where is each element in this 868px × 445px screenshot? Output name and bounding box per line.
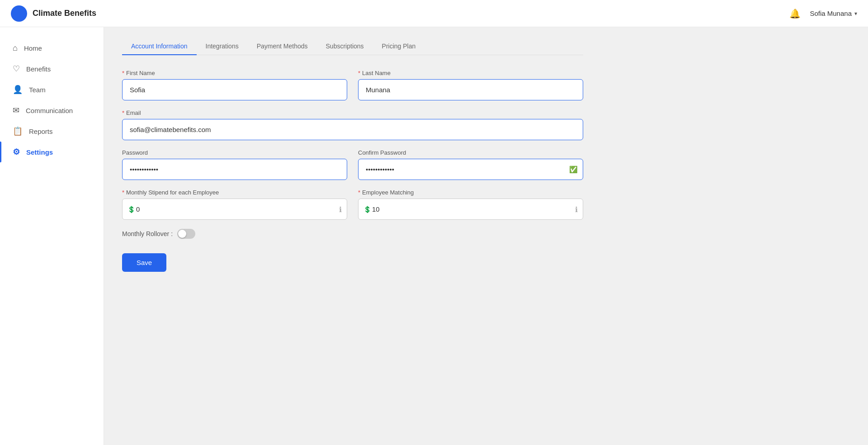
save-button[interactable]: Save (122, 253, 166, 272)
tab-account-information[interactable]: Account Information (122, 38, 197, 55)
topnav-left: Climate Benefits (11, 5, 96, 22)
tab-pricing-plan[interactable]: Pricing Plan (373, 38, 425, 55)
reports-icon: 📋 (13, 126, 23, 136)
stipend-row: *Monthly Stipend for each Employee 💲 ℹ *… (122, 189, 583, 220)
password-label: Password (122, 149, 347, 156)
stipend-input[interactable] (122, 199, 347, 220)
stipend-label: *Monthly Stipend for each Employee (122, 189, 347, 196)
stipend-group: *Monthly Stipend for each Employee 💲 ℹ (122, 189, 347, 220)
sidebar-item-team[interactable]: 👤 Team (0, 79, 104, 100)
account-form: *First Name *Last Name (122, 70, 583, 272)
topnav: Climate Benefits 🔔 Sofia Munana ▾ (0, 0, 868, 27)
chevron-down-icon: ▾ (854, 10, 857, 17)
email-group: *Email (122, 109, 583, 140)
notification-icon[interactable]: 🔔 (789, 8, 801, 19)
app-name: Climate Benefits (33, 9, 96, 18)
topnav-right: 🔔 Sofia Munana ▾ (789, 8, 857, 19)
required-mark: * (122, 189, 124, 196)
name-row: *First Name *Last Name (122, 70, 583, 100)
sidebar-item-label: Benefits (26, 65, 51, 73)
gear-icon: ⚙ (13, 147, 20, 157)
required-mark: * (358, 70, 360, 76)
stipend-input-wrapper: 💲 ℹ (122, 199, 347, 220)
sidebar-item-label: Reports (29, 128, 53, 135)
password-input[interactable] (122, 159, 347, 180)
required-mark: * (122, 70, 124, 76)
user-menu[interactable]: Sofia Munana ▾ (810, 9, 857, 17)
dollar-icon: 💲 (127, 206, 135, 213)
sidebar-item-home[interactable]: ⌂ Home (0, 38, 104, 58)
employee-matching-label: *Employee Matching (358, 189, 583, 196)
tab-payment-methods[interactable]: Payment Methods (248, 38, 317, 55)
required-mark: * (358, 189, 360, 196)
confirm-password-wrapper: ✅ (358, 159, 583, 180)
team-icon: 👤 (13, 85, 23, 95)
logo-icon (11, 5, 27, 22)
tab-integrations[interactable]: Integrations (197, 38, 248, 55)
confirm-password-label: Confirm Password (358, 149, 583, 156)
employee-matching-group: *Employee Matching 💲 ℹ (358, 189, 583, 220)
email-label: *Email (122, 109, 583, 116)
sidebar-item-label: Home (24, 44, 42, 52)
first-name-label: *First Name (122, 70, 347, 76)
required-mark: * (122, 109, 124, 116)
email-row: *Email (122, 109, 583, 140)
mail-icon: ✉ (13, 105, 19, 115)
last-name-group: *Last Name (358, 70, 583, 100)
first-name-input[interactable] (122, 79, 347, 100)
info-icon-stipend[interactable]: ℹ (339, 205, 342, 213)
monthly-rollover-toggle[interactable] (177, 229, 195, 239)
password-row: Password Confirm Password ✅ (122, 149, 583, 180)
first-name-group: *First Name (122, 70, 347, 100)
sidebar-item-reports[interactable]: 📋 Reports (0, 121, 104, 142)
employee-matching-input[interactable] (358, 199, 583, 220)
sidebar-item-label: Settings (26, 148, 53, 156)
sidebar-item-communication[interactable]: ✉ Communication (0, 100, 104, 121)
last-name-input[interactable] (358, 79, 583, 100)
last-name-label: *Last Name (358, 70, 583, 76)
sidebar: ⌂ Home ♡ Benefits 👤 Team ✉ Communication… (0, 27, 104, 445)
confirm-password-group: Confirm Password ✅ (358, 149, 583, 180)
dollar-icon-2: 💲 (363, 206, 371, 213)
confirm-password-input[interactable] (358, 159, 583, 180)
sidebar-item-benefits[interactable]: ♡ Benefits (0, 58, 104, 79)
sidebar-item-settings[interactable]: ⚙ Settings (0, 142, 104, 162)
email-input[interactable] (122, 119, 583, 140)
monthly-rollover-label: Monthly Rollover : (122, 230, 173, 237)
password-group: Password (122, 149, 347, 180)
employee-matching-wrapper: 💲 ℹ (358, 199, 583, 220)
heart-icon: ♡ (13, 64, 20, 74)
user-name: Sofia Munana (810, 9, 852, 17)
checkmark-icon: ✅ (569, 166, 578, 174)
sidebar-item-label: Team (29, 86, 46, 94)
content-area: Account Information Integrations Payment… (104, 27, 601, 290)
info-icon-matching[interactable]: ℹ (575, 205, 578, 213)
sidebar-item-label: Communication (26, 107, 73, 114)
tab-subscriptions[interactable]: Subscriptions (317, 38, 373, 55)
settings-tabs: Account Information Integrations Payment… (122, 27, 583, 55)
home-icon: ⌂ (13, 43, 18, 53)
monthly-rollover-row: Monthly Rollover : (122, 229, 583, 239)
layout: ⌂ Home ♡ Benefits 👤 Team ✉ Communication… (0, 27, 868, 445)
main-content: Account Information Integrations Payment… (104, 27, 868, 445)
